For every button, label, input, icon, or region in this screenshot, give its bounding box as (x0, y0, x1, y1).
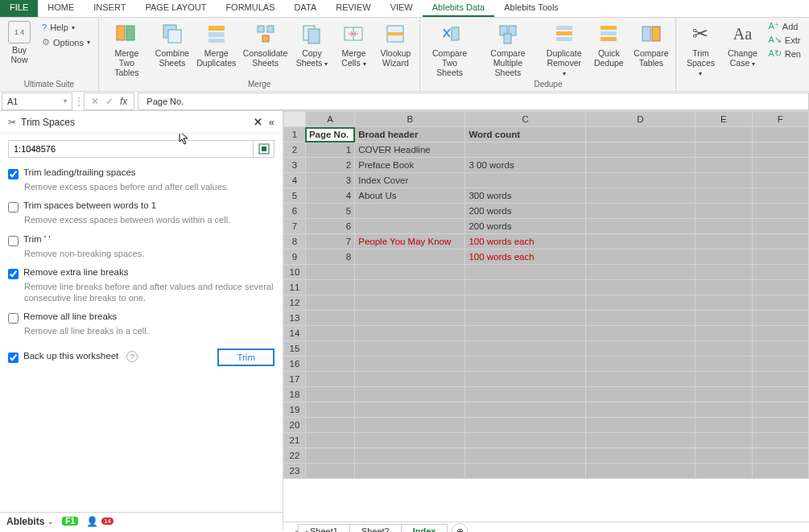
buy-now-button[interactable]: 14 Buy Now (5, 19, 34, 66)
option-checkbox[interactable] (8, 236, 19, 246)
cell[interactable] (752, 311, 808, 326)
help-icon[interactable]: ? (126, 351, 138, 362)
cell[interactable]: 200 words (465, 204, 585, 219)
cell[interactable] (585, 448, 695, 464)
cell[interactable] (585, 433, 695, 448)
cell[interactable] (695, 387, 752, 402)
row-header[interactable]: 9 (284, 250, 306, 265)
cell[interactable]: People You May Know (355, 234, 465, 250)
row-header[interactable]: 2 (284, 142, 306, 158)
cell[interactable] (355, 402, 465, 418)
tab-ablebits-data[interactable]: Ablebits Data (423, 0, 494, 17)
cell[interactable] (752, 265, 808, 280)
cell[interactable] (465, 265, 585, 280)
range-input[interactable] (8, 140, 254, 158)
row-header[interactable]: 23 (284, 464, 306, 479)
cell[interactable] (585, 311, 695, 326)
cell[interactable] (752, 387, 808, 402)
cell[interactable] (465, 280, 585, 295)
collapse-icon[interactable]: « (269, 116, 274, 128)
merge-cells-button[interactable]: Merge Cells ▾ (334, 19, 373, 79)
row-header[interactable]: 14 (284, 326, 306, 341)
cell[interactable] (355, 326, 465, 341)
cell[interactable]: 300 words (465, 188, 585, 204)
sheet-tab[interactable]: Sheet2 (349, 524, 402, 532)
col-header[interactable]: F (752, 112, 808, 127)
cell[interactable] (695, 433, 752, 448)
tab-home[interactable]: HOME (38, 0, 84, 17)
cell[interactable] (305, 341, 354, 357)
cell[interactable] (355, 387, 465, 402)
tab-review[interactable]: REVIEW (326, 0, 380, 17)
cell[interactable] (465, 142, 585, 158)
row-header[interactable]: 1 (284, 127, 306, 142)
row-header[interactable]: 21 (284, 433, 306, 448)
tab-insert[interactable]: INSERT (84, 0, 135, 17)
cell[interactable] (752, 433, 808, 448)
cell[interactable] (752, 234, 808, 250)
cell[interactable] (465, 311, 585, 326)
cell[interactable] (465, 464, 585, 479)
cell[interactable] (585, 402, 695, 418)
cell[interactable] (585, 295, 695, 311)
cell[interactable] (695, 464, 752, 479)
cell[interactable] (585, 265, 695, 280)
select-all-corner[interactable] (284, 112, 306, 127)
cell[interactable] (585, 234, 695, 250)
row-header[interactable]: 6 (284, 204, 306, 219)
cell[interactable] (585, 250, 695, 265)
cell[interactable]: 4 (305, 188, 354, 204)
col-header[interactable]: D (585, 112, 695, 127)
quick-dedupe-button[interactable]: Quick Dedupe (589, 19, 628, 79)
row-header[interactable]: 17 (284, 372, 306, 387)
cell[interactable] (355, 464, 465, 479)
cell[interactable] (305, 326, 354, 341)
formula-input[interactable]: Page No. (138, 93, 809, 110)
cell[interactable] (585, 188, 695, 204)
cell[interactable] (752, 357, 808, 372)
row-header[interactable]: 4 (284, 173, 306, 188)
row-header[interactable]: 3 (284, 158, 306, 173)
tab-ablebits-tools[interactable]: Ablebits Tools (494, 0, 568, 17)
cell[interactable] (305, 464, 354, 479)
row-header[interactable]: 13 (284, 311, 306, 326)
tab-data[interactable]: DATA (285, 0, 327, 17)
cell[interactable] (355, 372, 465, 387)
duplicate-remover-button[interactable]: Duplicate Remover ▾ (542, 19, 586, 79)
compare-multiple-sheets-button[interactable]: Compare Multiple Sheets (477, 19, 539, 79)
cell[interactable] (465, 433, 585, 448)
cell[interactable] (695, 357, 752, 372)
copy-sheets-button[interactable]: Copy Sheets ▾ (292, 19, 331, 79)
f1-badge[interactable]: F1 (62, 517, 78, 526)
option-checkbox[interactable] (8, 169, 19, 179)
cell[interactable] (752, 295, 808, 311)
cell[interactable] (465, 448, 585, 464)
cell[interactable] (752, 158, 808, 173)
cell[interactable] (752, 204, 808, 219)
cell[interactable]: Preface Book (355, 158, 465, 173)
cell[interactable] (695, 250, 752, 265)
cell[interactable] (465, 387, 585, 402)
cell[interactable]: 2 (305, 158, 354, 173)
option-checkbox[interactable] (8, 202, 19, 212)
row-header[interactable]: 16 (284, 357, 306, 372)
cell[interactable] (585, 372, 695, 387)
row-header[interactable]: 18 (284, 387, 306, 402)
range-picker-button[interactable] (254, 140, 274, 158)
cell[interactable] (585, 341, 695, 357)
cell[interactable] (465, 295, 585, 311)
trim-spaces-button[interactable]: ✂Trim Spaces ▾ (681, 19, 720, 79)
tab-view[interactable]: VIEW (381, 0, 423, 17)
cell[interactable] (465, 402, 585, 418)
cell[interactable] (585, 280, 695, 295)
cell[interactable]: Page No. (305, 127, 354, 142)
cell[interactable] (465, 341, 585, 357)
name-box[interactable]: A1▾ (2, 93, 72, 110)
cell[interactable]: 6 (305, 219, 354, 234)
rename-button[interactable]: A↻Ren (765, 47, 804, 60)
cell[interactable] (305, 387, 354, 402)
cell[interactable] (752, 326, 808, 341)
cell[interactable] (752, 464, 808, 479)
cell[interactable] (752, 127, 808, 142)
cell[interactable] (752, 173, 808, 188)
